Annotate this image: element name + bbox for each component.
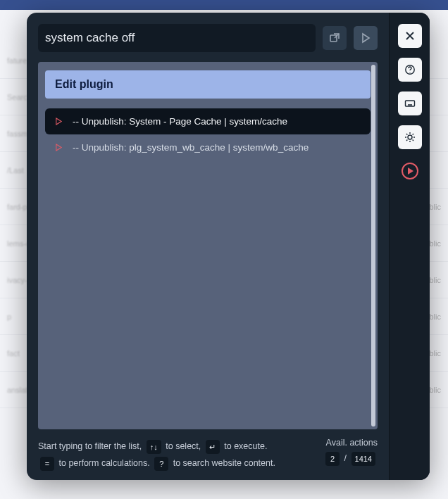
app-topbar [0,0,448,10]
result-item[interactable]: -- Unpublish: System - Page Cache | syst… [45,108,371,134]
footer: Start typing to filter the list, ↑↓ to s… [38,438,378,472]
hint-text: to perform calculations. [58,458,149,468]
avail-current: 2 [325,452,340,466]
avail-sep: / [344,453,347,463]
hint-text: to search website content. [173,458,275,468]
result-item[interactable]: -- Unpublish: plg_system_wb_cache | syst… [45,134,371,160]
results-list: -- Unpublish: System - Page Cache | syst… [45,108,371,160]
play-icon [55,118,63,125]
result-group-header: Edit plugin [45,70,371,99]
run-button[interactable] [354,26,378,50]
svg-point-4 [408,135,412,139]
modal-main: Edit plugin -- Unpublish: System - Page … [27,13,389,480]
record-button[interactable] [398,159,422,183]
avail-total: 1414 [351,452,375,466]
search-field-wrap[interactable] [38,24,316,52]
side-toolbar [389,13,430,480]
key-enter: ↵ [206,440,220,454]
hint-text: to select, [166,441,201,451]
avail-actions: Avail. actions 2 / 1414 [323,438,378,466]
svg-rect-3 [405,101,414,106]
hint-text: to execute. [224,441,267,451]
key-question: ? [154,457,168,471]
hint-text: Start typing to filter the list, [38,441,142,451]
help-button[interactable] [398,58,422,82]
hints: Start typing to filter the list, ↑↓ to s… [38,438,275,472]
results-panel: Edit plugin -- Unpublish: System - Page … [38,62,378,429]
search-row [38,24,378,52]
command-palette-modal: Edit plugin -- Unpublish: System - Page … [27,13,430,480]
search-input[interactable] [45,31,303,45]
open-external-button[interactable] [323,26,347,50]
clear-icon[interactable] [303,30,309,47]
avail-label: Avail. actions [323,438,378,448]
play-icon [55,144,63,151]
theme-button[interactable] [398,125,422,149]
svg-point-2 [409,72,410,72]
result-label: -- Unpublish: System - Page Cache | syst… [73,116,287,127]
key-updown: ↑↓ [147,440,161,454]
key-equals: = [40,457,54,471]
close-button[interactable] [398,24,422,48]
result-label: -- Unpublish: plg_system_wb_cache | syst… [73,142,309,153]
keyboard-button[interactable] [398,91,422,115]
